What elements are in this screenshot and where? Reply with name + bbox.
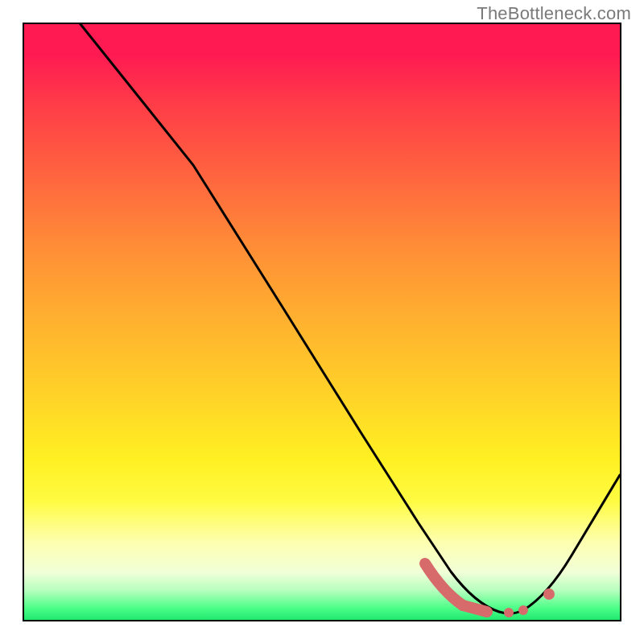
watermark-text: TheBottleneck.com (477, 3, 631, 24)
plot-frame (23, 23, 621, 621)
highlight-left (425, 564, 463, 605)
curve-overlay (24, 24, 620, 620)
chart-root: { "watermark": "TheBottleneck.com", "cha… (0, 0, 644, 644)
main-curve (80, 24, 620, 613)
highlight-dot (518, 605, 528, 615)
highlight-bottom (463, 605, 487, 612)
highlight-dot (504, 608, 514, 617)
highlight-dot (543, 588, 555, 600)
